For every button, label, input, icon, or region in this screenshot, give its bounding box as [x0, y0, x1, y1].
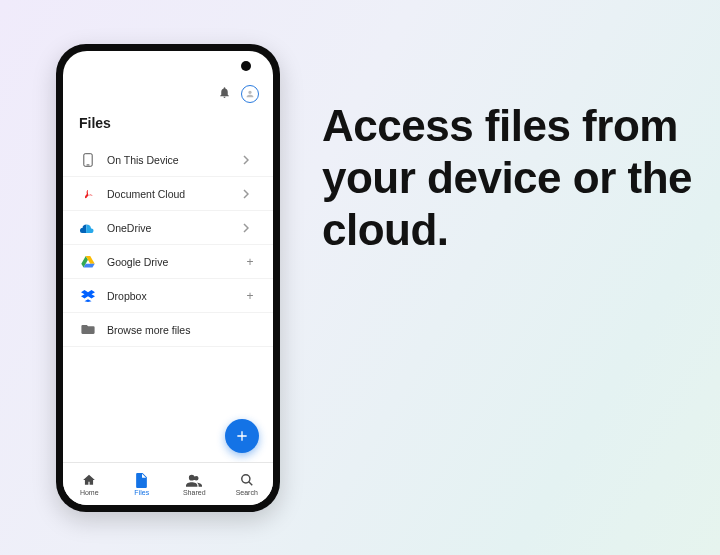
marketing-headline: Access files from your device or the clo… [322, 100, 702, 256]
files-icon [135, 472, 148, 488]
row-label: Browse more files [107, 324, 243, 336]
phone-screen: Files On This Device Document Cloud [63, 51, 273, 505]
svg-line-3 [249, 482, 253, 486]
add-fab[interactable] [225, 419, 259, 453]
nav-label: Home [80, 489, 99, 496]
source-onedrive[interactable]: OneDrive [63, 211, 273, 245]
page-title: Files [79, 115, 111, 131]
source-google-drive[interactable]: Google Drive + [63, 245, 273, 279]
plus-icon: + [243, 255, 257, 269]
nav-search[interactable]: Search [221, 463, 274, 505]
chevron-right-icon [243, 155, 257, 165]
source-browse-more[interactable]: Browse more files [63, 313, 273, 347]
account-avatar[interactable] [241, 85, 259, 103]
camera-cutout [241, 61, 251, 71]
app-header [63, 51, 273, 113]
search-icon [240, 472, 254, 488]
chevron-right-icon [243, 223, 257, 233]
acrobat-icon [79, 187, 97, 201]
google-drive-icon [79, 256, 97, 268]
nav-files[interactable]: Files [116, 463, 169, 505]
row-label: Google Drive [107, 256, 243, 268]
plus-icon: + [243, 289, 257, 303]
onedrive-icon [79, 223, 97, 233]
row-label: Document Cloud [107, 188, 243, 200]
nav-label: Shared [183, 489, 206, 496]
source-document-cloud[interactable]: Document Cloud [63, 177, 273, 211]
nav-label: Files [134, 489, 149, 496]
source-list: On This Device Document Cloud [63, 143, 273, 347]
chevron-right-icon [243, 189, 257, 199]
shared-icon [186, 472, 202, 488]
bottom-nav: Home Files Shared [63, 462, 273, 505]
phone-frame: Files On This Device Document Cloud [56, 44, 280, 512]
notifications-icon[interactable] [218, 85, 231, 103]
dropbox-icon [79, 290, 97, 302]
device-icon [79, 153, 97, 167]
row-label: On This Device [107, 154, 243, 166]
source-on-this-device[interactable]: On This Device [63, 143, 273, 177]
row-label: Dropbox [107, 290, 243, 302]
nav-label: Search [236, 489, 258, 496]
folder-icon [79, 324, 97, 335]
nav-shared[interactable]: Shared [168, 463, 221, 505]
source-dropbox[interactable]: Dropbox + [63, 279, 273, 313]
nav-home[interactable]: Home [63, 463, 116, 505]
home-icon [82, 472, 96, 488]
svg-point-2 [242, 475, 250, 483]
row-label: OneDrive [107, 222, 243, 234]
